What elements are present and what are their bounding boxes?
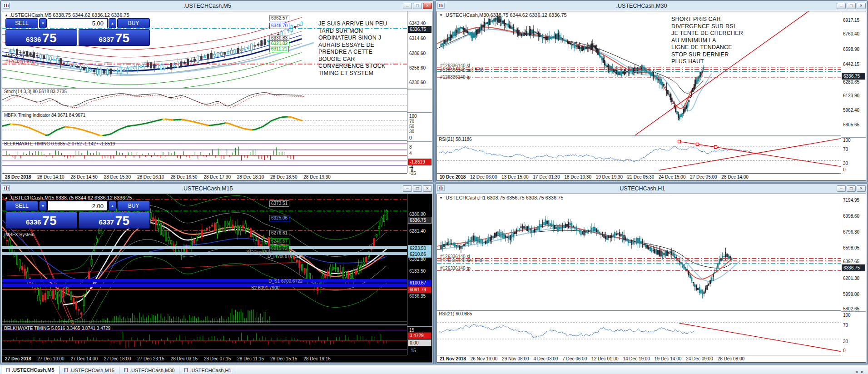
text-annotation[interactable]: SHORT PRIS CAR DIVERGENCE SUR RSI JE TEN… (671, 16, 767, 65)
scale-tick: 0 (843, 349, 846, 353)
sell-price-button[interactable]: 633675 (5, 29, 77, 46)
h1-price-plot[interactable] (437, 194, 841, 310)
level-price-box[interactable]: 6215.72 (269, 245, 289, 252)
sell-price: 6336 (26, 217, 41, 227)
text-annotation[interactable]: JE SUIS ARRIVE UN PEU TARD SUR MON ORDIN… (318, 20, 405, 77)
time-tick: 19 Dec 19:30 (596, 175, 623, 180)
time-tick: 21 Nov 2018 (440, 356, 466, 361)
tab-ustechcash-h1[interactable]: .USTECHCash,H1 (179, 367, 236, 374)
m15-price-scale[interactable]: 6380.00 6336.75 6281.40 6223.50 6210.86 … (407, 194, 432, 355)
price-tick: 6036.35 (409, 294, 426, 299)
chevron-down-icon[interactable]: ▾ (39, 201, 47, 211)
time-tick: 28 Dec 17:30 (203, 175, 231, 180)
tab-scroll-left-icon[interactable]: ◂ (855, 369, 858, 374)
buy-price-button[interactable]: 633775 (79, 212, 150, 229)
chart-icon (6, 368, 10, 372)
titlebar-h1[interactable]: .USTECHCash,H1 – □ × (436, 184, 867, 193)
m15-belkhayate-panel[interactable]: BELKHAYATE TIMING 5.0516 3.3465 3.8741 3… (2, 325, 407, 355)
time-tick: 14 Dec 19:00 (623, 356, 650, 361)
buy-button[interactable]: BUY (117, 18, 150, 28)
tab-scroll-right-icon[interactable]: ▸ (861, 369, 863, 374)
sell-button[interactable]: SELL (5, 18, 38, 28)
m30-rsi-plot[interactable] (437, 136, 841, 173)
tab-ustechcash-m15[interactable]: .USTECHCash,M15 (60, 367, 119, 374)
price-tick: 6281.40 (409, 229, 426, 234)
chevron-up-icon[interactable]: ▴ (109, 18, 116, 28)
scale-tick: 100 (843, 138, 851, 143)
mbfx-indicator-label: MBFX Timing Indicator 84.9671 84.9671 (4, 113, 85, 118)
volume-input[interactable]: 5.00 (48, 18, 108, 28)
titlebar-m30[interactable]: .USTECHCash,M30 – □ × (436, 1, 867, 10)
chart-window-icon (437, 185, 445, 191)
tab-ustechcash-m30[interactable]: .USTECHCash,M30 (119, 367, 179, 374)
m5-time-axis[interactable]: 28 Dec 2018 28 Dec 14:10 28 Dec 14:50 28… (2, 173, 407, 180)
close-icon[interactable]: × (857, 3, 866, 9)
m5-stoch-panel[interactable]: Stoch(14,3,3) 80.5618 83.2735 (2, 89, 407, 112)
level-price-box[interactable]: 6246.67 (269, 238, 289, 244)
time-tick: 12 Dec 06:00 (470, 175, 497, 180)
current-price-box: 6336.75 (408, 217, 432, 224)
volume-input[interactable]: 2.00 (48, 201, 108, 211)
h1-time-axis[interactable]: 21 Nov 2018 26 Nov 13:00 29 Nov 08:00 4 … (437, 355, 841, 362)
m5-chart-header: ▲ .USTECHCash,M5 6338.75 6344.62 6336.12… (5, 12, 129, 18)
minimize-icon[interactable]: – (837, 3, 846, 9)
tab-label: .USTECHCash,M15 (70, 368, 114, 373)
h1-main-panel[interactable]: ▼ .USTECHCash,H1 6308.75 6356.75 6308.75… (437, 194, 841, 311)
price-tick: 5999.00 (843, 292, 859, 297)
minimize-icon[interactable]: – (837, 185, 846, 192)
m5-belkhayate-panel[interactable]: BELKHAYATE TIMING 0.9385 -2.0752 -1.1427… (2, 141, 407, 173)
m30-chart-client: ▼ .USTECHCash,M30 6338.75 6344.62 6336.1… (436, 11, 866, 181)
time-tick: 17 Dec 01:30 (533, 175, 560, 180)
scale-tick: 0 (843, 168, 846, 172)
m5-mbfx-panel[interactable]: MBFX Timing Indicator 84.9671 84.9671 (2, 112, 407, 141)
sell-price-button[interactable]: 633675 (5, 212, 77, 229)
level-price-box[interactable]: 6276.61 (269, 230, 289, 236)
m30-time-axis[interactable]: 10 Dec 2018 12 Dec 06:00 13 Dec 15:00 17… (437, 173, 841, 180)
belkhayate-current-box: 3.4729 (408, 332, 432, 339)
buy-price-button[interactable]: 633775 (79, 29, 150, 46)
price-tick: 6133.50 (409, 269, 426, 274)
m30-price-plot[interactable] (437, 11, 841, 135)
close-icon[interactable]: × (857, 185, 866, 192)
chevron-down-icon[interactable]: ▾ (39, 18, 47, 28)
close-icon[interactable]: × (423, 3, 432, 9)
level-price-box[interactable]: 6311.21 (269, 46, 289, 52)
m30-price-scale[interactable]: 6917.15 6760.40 6598.90 6442.15 6336.75 … (841, 11, 866, 173)
m5-main-panel[interactable]: ▲ .USTECHCash,M5 6338.75 6344.62 6336.12… (2, 11, 407, 89)
level-price-box[interactable]: 6346.70 (269, 23, 289, 29)
close-icon[interactable]: × (423, 185, 432, 192)
restore-icon[interactable]: □ (847, 185, 856, 192)
chevron-up-icon[interactable]: ▴ (109, 201, 116, 211)
time-tick: 24 Dec 15:00 (659, 175, 686, 180)
m15-time-axis[interactable]: 27 Dec 2018 27 Dec 10:00 27 Dec 14:00 27… (2, 355, 407, 362)
titlebar-m15[interactable]: .USTECHCash,M15 – □ × (1, 184, 433, 193)
buy-button[interactable]: BUY (117, 201, 150, 211)
current-price-box: 6336.75 (408, 26, 432, 33)
time-tick: 28 Dec 14:00 (721, 175, 749, 180)
h1-rsi-panel[interactable]: RSI(21) 60.0885 (437, 311, 841, 355)
m30-rsi-panel[interactable]: RSI(21) 58.1186 (437, 136, 841, 173)
restore-icon[interactable]: □ (847, 3, 856, 9)
restore-icon[interactable]: □ (413, 185, 422, 192)
symbol-period: .USTECHCash,M30 (444, 12, 489, 18)
buy-price: 6337 (99, 217, 114, 227)
level-price-box[interactable]: 6325.06 (269, 215, 289, 221)
h1-rsi-plot[interactable] (437, 311, 841, 355)
restore-icon[interactable]: □ (413, 3, 422, 9)
current-price-box: 6336.75 (842, 264, 865, 271)
m15-main-panel[interactable]: ▲ .USTECHCash,M15 6338.75 6344.62 6336.1… (2, 194, 407, 325)
window-h1: .USTECHCash,H1 – □ × ▼ .USTECHCash,H1 63… (435, 183, 868, 364)
titlebar-m5[interactable]: .USTECHCash,M5 – □ × (1, 1, 433, 10)
m5-price-scale[interactable]: 6343.40 6336.75 6314.60 6286.60 6258.60 … (407, 11, 432, 173)
level-price-box[interactable]: 6362.57 (269, 15, 289, 21)
price-tick: 6598.90 (843, 47, 859, 52)
minimize-icon[interactable]: – (403, 3, 412, 9)
tab-ustechcash-m5[interactable]: .USTECHCash,M5 (1, 366, 60, 374)
sell-button[interactable]: SELL (5, 201, 38, 211)
expand-arrow-icon: ▲ (5, 13, 8, 17)
m30-main-panel[interactable]: ▼ .USTECHCash,M30 6338.75 6344.62 6336.1… (437, 11, 841, 136)
buy-price-frac: 75 (115, 32, 129, 45)
level-price-box[interactable]: 6373.51 (269, 200, 289, 207)
minimize-icon[interactable]: – (403, 185, 412, 192)
h1-price-scale[interactable]: 7194.95 6998.60 6796.30 6598.05 6397.65 … (841, 194, 866, 355)
